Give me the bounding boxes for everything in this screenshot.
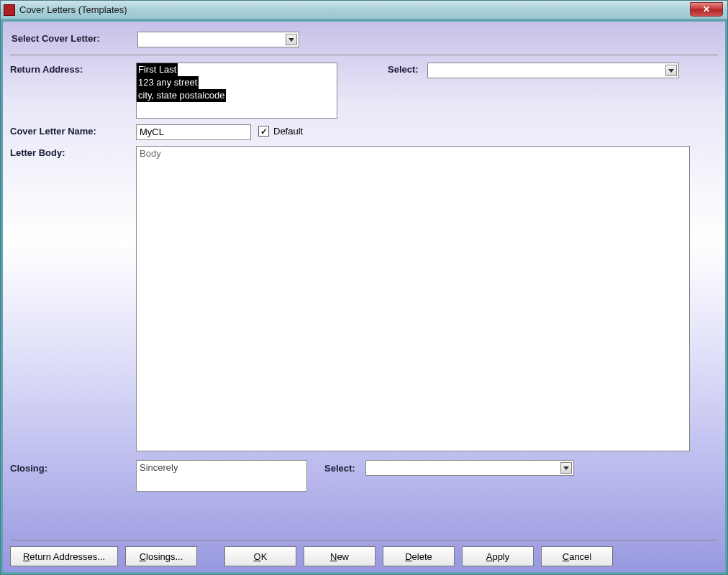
return-address-line2: 123 any street: [137, 76, 199, 89]
apply-button[interactable]: Apply: [462, 546, 534, 566]
default-checkbox-label: Default: [273, 126, 303, 137]
return-address-input[interactable]: First Last 123 any street city, state po…: [136, 63, 337, 119]
letter-body-input[interactable]: Body: [136, 146, 690, 451]
return-address-label: Return Address:: [10, 63, 136, 75]
cover-letter-name-row: Cover Letter Name: MyCL ✓ Default: [10, 124, 718, 140]
closing-input[interactable]: Sincerely: [136, 460, 307, 492]
accel-char: A: [486, 551, 493, 562]
select-address-group: Select:: [388, 63, 679, 78]
closings-button[interactable]: Closings...: [125, 546, 197, 566]
return-address-row: Return Address: First Last 123 any stree…: [10, 63, 718, 119]
accel-char: C: [140, 551, 146, 562]
window-title: Cover Letters (Templates): [19, 4, 127, 15]
delete-button[interactable]: Delete: [383, 546, 455, 566]
button-bar: Return Addresses... Closings... OK New D…: [10, 540, 718, 566]
closing-select-label: Select:: [324, 460, 355, 474]
cover-letter-name-input[interactable]: MyCL: [136, 124, 251, 140]
dialog-window: Cover Letters (Templates) ✕ Select Cover…: [0, 0, 728, 575]
close-button[interactable]: ✕: [690, 2, 723, 17]
top-section: Select Cover Letter:: [10, 27, 718, 55]
accel-char: C: [563, 551, 569, 562]
default-checkbox[interactable]: ✓ Default: [258, 124, 303, 137]
cover-letter-name-value: MyCL: [140, 126, 164, 137]
new-button[interactable]: New: [304, 546, 376, 566]
accel-char: R: [23, 551, 29, 562]
spacer: [204, 546, 217, 566]
ok-button[interactable]: OK: [224, 546, 296, 566]
closing-select-group: Select:: [324, 460, 574, 476]
return-address-line3: city, state postalcode: [137, 89, 226, 102]
checkbox-icon: ✓: [258, 126, 269, 137]
letter-body-label: Letter Body:: [10, 146, 136, 158]
return-address-line1: First Last: [137, 63, 178, 76]
app-icon: [4, 4, 15, 16]
button-label: ew: [337, 551, 349, 562]
button-label: eturn Addresses...: [29, 551, 105, 562]
chevron-down-icon: [560, 462, 572, 474]
titlebar: Cover Letters (Templates) ✕: [1, 1, 727, 19]
closing-value: Sincerely: [140, 462, 178, 473]
closing-row: Closing: Sincerely Select:: [10, 460, 718, 492]
select-address-label: Select:: [388, 63, 419, 75]
accel-char: O: [254, 551, 261, 562]
chevron-down-icon: [286, 34, 297, 45]
button-label: elete: [412, 551, 432, 562]
closing-select-combo[interactable]: [365, 460, 574, 476]
closing-label: Closing:: [10, 460, 136, 474]
cancel-button[interactable]: Cancel: [541, 546, 613, 566]
select-cover-letter-label: Select Cover Letter:: [12, 32, 137, 44]
select-address-combo[interactable]: [427, 63, 679, 78]
close-icon: ✕: [703, 4, 710, 14]
chevron-down-icon: [665, 65, 677, 76]
cover-letter-name-label: Cover Letter Name:: [10, 124, 136, 137]
accel-char: N: [330, 551, 337, 562]
letter-body-value: Body: [140, 148, 161, 159]
accel-char: D: [405, 551, 411, 562]
letter-body-row: Letter Body: Body: [10, 146, 718, 451]
select-cover-letter-combo[interactable]: [137, 32, 299, 47]
client-area: Select Cover Letter: Return Address: Fir…: [1, 19, 727, 574]
button-label: K: [261, 551, 268, 562]
button-label: losings...: [146, 551, 183, 562]
button-label: ancel: [569, 551, 591, 562]
return-addresses-button[interactable]: Return Addresses...: [10, 546, 118, 566]
button-label: pply: [492, 551, 509, 562]
